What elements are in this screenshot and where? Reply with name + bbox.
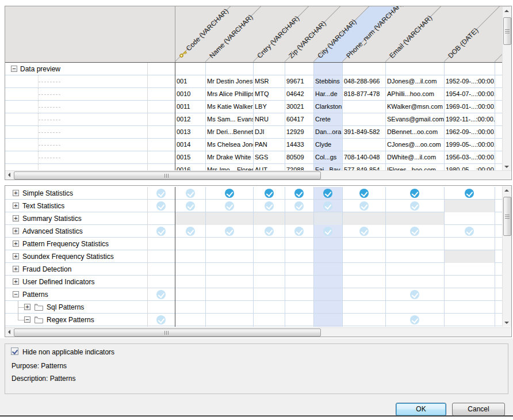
indicator-cell-cntry[interactable] — [253, 225, 285, 238]
indicator-cell-row[interactable] — [147, 238, 175, 250]
indicator-cell-name[interactable] — [205, 301, 253, 314]
indicator-cell-code[interactable] — [175, 288, 205, 301]
indicator-cell-email[interactable] — [385, 200, 444, 212]
indicator-cell-dob[interactable] — [444, 301, 495, 314]
column-header-code[interactable]: Code (VARCHAR) — [177, 7, 230, 60]
indicator-label-cell[interactable]: + Text Statistics — [5, 200, 147, 212]
indicator-cell-name[interactable] — [205, 238, 253, 250]
indicator-cell-email[interactable] — [385, 212, 444, 225]
indicator-cell-city[interactable] — [313, 276, 342, 288]
indicator-cell-email[interactable] — [385, 187, 444, 200]
indicator-cell-city[interactable] — [313, 288, 342, 301]
indicator-cell-row[interactable] — [147, 276, 175, 288]
indicator-cell-name[interactable] — [205, 187, 253, 200]
indicator-label-cell[interactable]: + Advanced Statistics — [5, 225, 147, 238]
indicator-cell-cntry[interactable] — [253, 314, 285, 326]
expand-toggle[interactable]: + — [13, 215, 19, 222]
indicator-cell-zip[interactable] — [285, 187, 313, 200]
indicator-cell-row[interactable] — [147, 250, 175, 263]
indicator-cell-dob[interactable] — [444, 238, 495, 250]
scroll-left-button[interactable] — [5, 171, 13, 179]
expand-toggle[interactable]: + — [13, 190, 19, 196]
hide-indicators-checkbox[interactable] — [11, 348, 18, 355]
indicator-cell-email[interactable] — [385, 288, 444, 301]
indicator-cell-phone[interactable] — [342, 187, 385, 200]
scrollbar-thumb[interactable] — [503, 197, 511, 236]
indicator-cell-email[interactable] — [385, 225, 444, 238]
indicator-label-cell[interactable]: + Simple Statistics — [5, 187, 147, 200]
scroll-down-button[interactable] — [503, 319, 511, 327]
indicator-cell-phone[interactable] — [342, 263, 385, 276]
indicator-cell-code[interactable] — [175, 301, 205, 314]
scroll-down-button[interactable] — [503, 163, 511, 171]
indicator-cell-zip[interactable] — [285, 276, 313, 288]
column-header-email[interactable]: Email (VARCHAR) — [388, 14, 434, 60]
indicator-cell-email[interactable] — [385, 314, 444, 326]
indicator-label-cell[interactable]: + Soundex Frequency Statistics — [5, 250, 147, 263]
indicator-cell-name[interactable] — [205, 212, 253, 225]
preview-vertical-scrollbar[interactable] — [502, 7, 511, 171]
scroll-left-button[interactable] — [5, 328, 13, 336]
indicator-cell-code[interactable] — [175, 238, 205, 250]
expand-toggle[interactable]: + — [13, 240, 19, 247]
indicator-cell-zip[interactable] — [285, 250, 313, 263]
indicator-cell-name[interactable] — [205, 225, 253, 238]
indicator-cell-dob[interactable] — [444, 187, 495, 200]
indicator-cell-row[interactable] — [147, 288, 175, 301]
indicator-label-cell[interactable]: + Summary Statistics — [5, 212, 147, 225]
expand-toggle[interactable]: + — [13, 253, 19, 259]
expand-toggle[interactable]: + — [24, 304, 30, 310]
indicator-cell-dob[interactable] — [444, 263, 495, 276]
indicator-cell-dob[interactable] — [444, 288, 495, 301]
indicator-cell-name[interactable] — [205, 288, 253, 301]
indicator-cell-email[interactable] — [385, 276, 444, 288]
expand-toggle[interactable]: + — [13, 266, 19, 272]
indicator-cell-row[interactable] — [147, 263, 175, 276]
indicator-cell-phone[interactable] — [342, 200, 385, 212]
indicator-cell-code[interactable] — [175, 314, 205, 326]
indicator-cell-code[interactable] — [175, 200, 205, 212]
indicator-cell-city[interactable] — [313, 263, 342, 276]
indicator-cell-zip[interactable] — [285, 225, 313, 238]
indicator-cell-name[interactable] — [205, 276, 253, 288]
indicator-cell-dob[interactable] — [444, 200, 495, 212]
indicator-cell-email[interactable] — [385, 263, 444, 276]
indicator-cell-city[interactable] — [313, 212, 342, 225]
expand-toggle[interactable]: + — [13, 278, 19, 285]
indicator-cell-dob[interactable] — [444, 225, 495, 238]
scrollbar-thumb[interactable] — [14, 171, 321, 180]
indicator-cell-code[interactable] — [175, 250, 205, 263]
indicator-cell-phone[interactable] — [342, 288, 385, 301]
indicator-cell-city[interactable] — [313, 301, 342, 314]
ok-button[interactable]: OK — [396, 403, 446, 416]
indicator-cell-phone[interactable] — [342, 212, 385, 225]
indicator-cell-email[interactable] — [385, 301, 444, 314]
column-header-dob[interactable]: DOB (DATE) — [446, 26, 480, 60]
indicator-cell-code[interactable] — [175, 276, 205, 288]
indicator-cell-row[interactable] — [147, 301, 175, 314]
indicator-label-cell[interactable]: + User Defined Indicators — [5, 276, 147, 288]
indicator-cell-phone[interactable] — [342, 314, 385, 326]
indicator-cell-city[interactable] — [313, 187, 342, 200]
indicator-cell-row[interactable] — [147, 200, 175, 212]
indicator-cell-row[interactable] — [147, 314, 175, 326]
indicator-label-cell[interactable]: − Patterns — [5, 288, 147, 301]
indicator-cell-name[interactable] — [205, 263, 253, 276]
indicator-cell-code[interactable] — [175, 225, 205, 238]
indicator-label-cell[interactable]: + Pattern Frequency Statistics — [5, 238, 147, 250]
expand-toggle[interactable]: + — [13, 228, 19, 234]
indicator-cell-zip[interactable] — [285, 212, 313, 225]
cancel-button[interactable]: Cancel — [452, 403, 505, 416]
indicator-cell-phone[interactable] — [342, 225, 385, 238]
indicator-vertical-scrollbar[interactable] — [502, 186, 511, 327]
indicator-cell-zip[interactable] — [285, 200, 313, 212]
indicator-label-cell[interactable]: − Regex Patterns — [5, 314, 147, 326]
indicator-cell-phone[interactable] — [342, 238, 385, 250]
indicator-cell-zip[interactable] — [285, 314, 313, 326]
indicator-cell-email[interactable] — [385, 238, 444, 250]
expand-toggle[interactable]: − — [13, 291, 19, 297]
indicator-cell-zip[interactable] — [285, 288, 313, 301]
indicator-cell-cntry[interactable] — [253, 200, 285, 212]
indicator-horizontal-scrollbar[interactable] — [5, 327, 511, 337]
indicator-cell-phone[interactable] — [342, 276, 385, 288]
